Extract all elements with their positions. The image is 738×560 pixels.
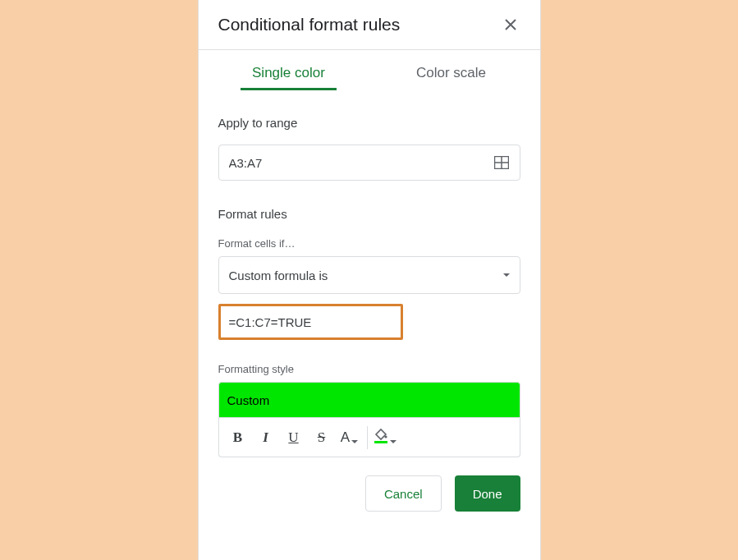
fill-color-icon — [374, 428, 388, 448]
header-divider — [199, 49, 540, 50]
apply-to-range-label: Apply to range — [218, 116, 520, 130]
range-field-row — [218, 145, 520, 181]
format-cells-if-label: Format cells if… — [218, 237, 520, 250]
formatting-style-label: Formatting style — [218, 363, 520, 375]
range-input[interactable] — [219, 145, 484, 180]
svg-point-3 — [384, 435, 387, 438]
text-color-button[interactable]: A — [336, 423, 364, 452]
style-preview-label: Custom — [227, 393, 270, 407]
section-apply-range: Apply to range — [199, 90, 540, 181]
bold-button[interactable]: B — [224, 423, 252, 452]
style-preview[interactable]: Custom — [218, 382, 520, 418]
formula-input[interactable]: =C1:C7=TRUE — [218, 304, 403, 340]
done-button[interactable]: Done — [455, 475, 520, 512]
strikethrough-button[interactable]: S — [308, 423, 336, 452]
underline-button[interactable]: U — [280, 423, 308, 452]
toolbar-divider — [367, 426, 368, 449]
condition-dropdown[interactable]: Custom formula is — [218, 256, 520, 294]
format-rules-label: Format rules — [218, 207, 520, 221]
close-icon — [505, 19, 516, 30]
formula-value: =C1:C7=TRUE — [229, 315, 312, 329]
tabs: Single color Color scale — [199, 55, 540, 90]
section-format-rules: Format rules Format cells if… Custom for… — [199, 181, 540, 457]
svg-rect-4 — [374, 441, 387, 443]
chevron-down-icon — [503, 273, 510, 277]
grid-icon — [494, 156, 509, 169]
text-color-icon: A — [341, 429, 350, 446]
conditional-format-panel: Conditional format rules Single color Co… — [198, 0, 541, 560]
range-picker-button[interactable] — [484, 145, 520, 180]
panel-header: Conditional format rules — [199, 0, 540, 49]
tab-single-color[interactable]: Single color — [247, 55, 330, 90]
cancel-button[interactable]: Cancel — [365, 475, 442, 512]
tab-color-scale[interactable]: Color scale — [411, 55, 491, 90]
italic-button[interactable]: I — [252, 423, 280, 452]
condition-dropdown-value: Custom formula is — [229, 269, 328, 282]
chevron-down-icon — [390, 440, 397, 443]
close-button[interactable] — [501, 15, 520, 34]
chevron-down-icon — [351, 440, 358, 443]
footer-buttons: Cancel Done — [199, 457, 540, 530]
fill-color-button[interactable] — [371, 423, 399, 452]
formatting-toolbar: B I U S A — [218, 418, 520, 457]
panel-title: Conditional format rules — [218, 15, 401, 34]
